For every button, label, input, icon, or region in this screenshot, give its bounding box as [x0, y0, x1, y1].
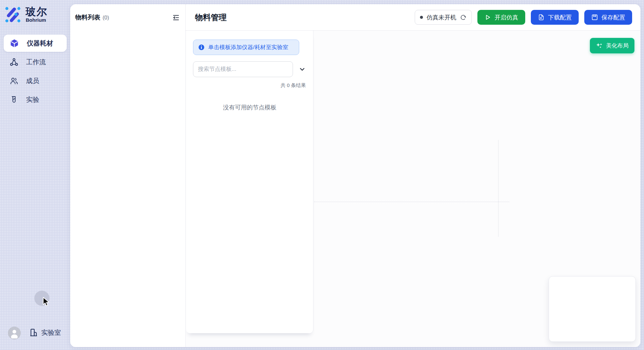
status-dot-icon [420, 16, 423, 19]
material-list-count: (0) [103, 15, 109, 20]
bohrium-logo-icon [4, 6, 22, 24]
main-panel: 物料列表(0) 物料管理 仿真未开机 [70, 4, 640, 347]
material-list-header: 物料列表(0) [70, 4, 185, 31]
sidebar-item-members[interactable]: 成员 [4, 72, 67, 89]
cube-icon [10, 39, 19, 48]
building-icon [29, 328, 38, 337]
brand-subtitle: Bohrium [26, 17, 48, 23]
canvas-guide-vertical [498, 140, 499, 237]
test-tube-icon [10, 96, 18, 104]
save-icon [591, 14, 598, 21]
sidebar-item-label: 成员 [26, 76, 39, 85]
sidebar: 玻尔 Bohrium 仪器耗材 工作流 [0, 0, 70, 350]
team-icon [10, 77, 18, 85]
save-config-button[interactable]: 保存配置 [584, 10, 632, 25]
collapse-panel-button[interactable] [172, 13, 180, 22]
results-count: 共 0 条结果 [193, 82, 306, 89]
canvas-minimap[interactable] [549, 276, 636, 342]
material-list-title: 物料列表 [75, 14, 100, 21]
template-hint-banner[interactable]: 单击模板添加仪器/耗材至实验室 [193, 40, 299, 55]
empty-state-text: 没有可用的节点模板 [193, 103, 306, 111]
simulation-status-label: 仿真未开机 [427, 14, 456, 21]
chevron-down-icon [299, 66, 306, 73]
material-list-panel: 物料列表(0) [70, 4, 185, 347]
brand-logo: 玻尔 Bohrium [4, 6, 48, 24]
sidebar-item-label: 仪器耗材 [27, 39, 53, 48]
sidebar-item-label: 实验 [26, 95, 39, 104]
sidebar-item-workflow[interactable]: 工作流 [4, 53, 67, 71]
simulation-status-pill[interactable]: 仿真未开机 [415, 10, 472, 25]
user-avatar[interactable] [8, 327, 21, 339]
sparkles-icon [596, 42, 603, 49]
lab-label: 实验室 [41, 328, 61, 337]
download-config-button[interactable]: 下载配置 [531, 10, 579, 25]
template-search-row [193, 61, 306, 77]
expand-filters-button[interactable] [298, 65, 306, 73]
play-icon [484, 14, 491, 21]
info-icon [198, 44, 205, 50]
brand-name: 玻尔 [26, 7, 48, 17]
sidebar-item-label: 工作流 [26, 58, 46, 67]
page-title: 物料管理 [195, 12, 227, 23]
canvas-guide-horizontal [314, 202, 509, 202]
start-simulation-button[interactable]: 开启仿真 [477, 10, 525, 25]
search-input[interactable] [193, 61, 293, 77]
banner-text: 单击模板添加仪器/耗材至实验室 [208, 44, 288, 51]
workflow-icon [10, 58, 18, 66]
refresh-icon[interactable] [460, 14, 467, 21]
sidebar-item-experiment[interactable]: 实验 [4, 91, 67, 108]
content-header: 物料管理 仿真未开机 开启仿真 [186, 4, 640, 31]
menu-fold-icon [172, 14, 180, 21]
node-template-panel: 单击模板添加仪器/耗材至实验室 共 0 条结果 没有可用的节点模板 [186, 31, 313, 333]
sidebar-nav: 仪器耗材 工作流 成员 [4, 35, 67, 108]
beautify-layout-button[interactable]: 美化布局 [590, 38, 634, 53]
mouse-cursor [42, 297, 51, 307]
sidebar-footer: 实验室 [0, 327, 70, 350]
layout-canvas[interactable]: 单击模板添加仪器/耗材至实验室 共 0 条结果 没有可用的节点模板 [186, 31, 640, 347]
lab-selector[interactable]: 实验室 [29, 328, 61, 337]
file-download-icon [538, 14, 545, 21]
sidebar-item-instruments[interactable]: 仪器耗材 [4, 35, 67, 52]
